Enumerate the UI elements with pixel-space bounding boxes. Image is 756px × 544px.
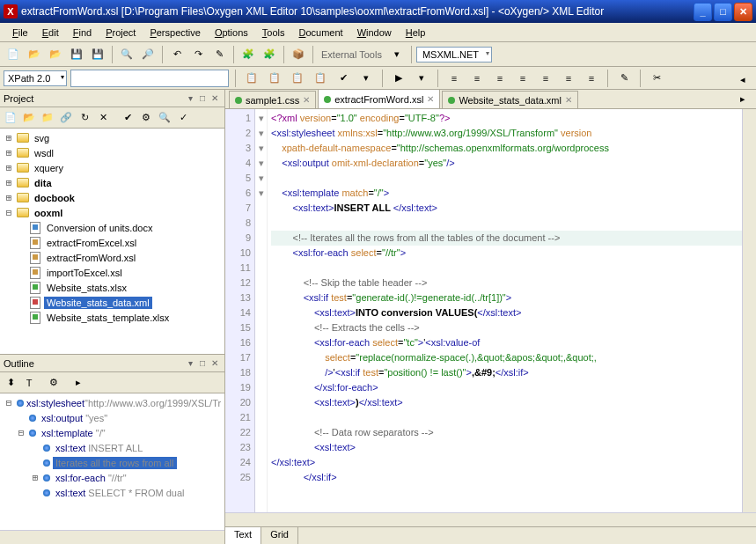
file-item[interactable]: Website_stats_template.xlsx — [2, 310, 223, 325]
transform-icon[interactable]: ⚙ — [137, 109, 155, 127]
xpath-version-combo[interactable]: XPath 2.0 — [4, 70, 67, 86]
link-icon[interactable]: 🔗 — [57, 109, 75, 127]
panel-close-icon[interactable]: ✕ — [209, 92, 221, 105]
toolbar-btn-a[interactable]: ≡ — [444, 69, 464, 88]
new-icon[interactable]: 📄 — [2, 109, 19, 127]
toolbar-btn-3[interactable]: 📋 — [288, 69, 307, 88]
file-item[interactable]: Website_stats_data.xml — [2, 295, 223, 310]
toolbar-btn-1[interactable]: 📋 — [242, 69, 261, 88]
editor-tab[interactable]: extractFromWord.xsl✕ — [318, 89, 440, 108]
menu-edit[interactable]: Edit — [35, 26, 66, 40]
toolbar-btn-f[interactable]: ≡ — [559, 69, 578, 88]
outline-item[interactable]: xsl:text INSERT ALL — [2, 440, 223, 455]
save-all-button[interactable]: 💾 — [88, 45, 107, 64]
delete-icon[interactable]: ✕ — [94, 109, 112, 127]
validate-dropdown[interactable]: ▾ — [356, 69, 376, 88]
editor-tab[interactable]: sample1.css✕ — [229, 91, 316, 108]
outline-item[interactable]: ⊞xsl:for-each "//tr" — [2, 470, 223, 485]
spell-icon[interactable]: ✓ — [174, 109, 192, 127]
menu-window[interactable]: Window — [350, 26, 399, 40]
outline-item[interactable]: xsl:output "yes" — [2, 410, 223, 425]
view-tab-grid[interactable]: Grid — [261, 527, 298, 544]
toolbar-btn-c[interactable]: ≡ — [490, 69, 510, 88]
menu-help[interactable]: Help — [399, 26, 433, 40]
menu-document[interactable]: Document — [291, 26, 349, 40]
file-item[interactable]: extractFromWord.xsl — [2, 250, 223, 265]
find-replace-button[interactable]: 🔎 — [138, 45, 158, 64]
folder-wsdl[interactable]: ⊞wsdl — [2, 145, 223, 160]
code-area[interactable]: <?xml version="1.0" encoding="UTF-8"?><x… — [268, 109, 742, 512]
expand-icon[interactable]: ▸ — [70, 374, 87, 392]
outline-item[interactable]: Iterates all the rows from all — [2, 455, 223, 470]
toolbar-btn-h[interactable]: ✎ — [614, 69, 634, 88]
validate-button[interactable]: ✔ — [334, 69, 353, 88]
code-editor[interactable]: 1234567891011121314151617181920212223242… — [225, 109, 756, 512]
editor-tab[interactable]: Website_stats_data.xml✕ — [442, 91, 578, 108]
validate-icon[interactable]: ✔ — [119, 109, 136, 127]
file-item[interactable]: importToExcel.xsl — [2, 265, 223, 280]
find-icon[interactable]: 🔍 — [156, 109, 173, 127]
menu-tools[interactable]: Tools — [255, 26, 292, 40]
scrollbar-h[interactable] — [0, 530, 224, 544]
toolbar-btn-i[interactable]: ✂ — [647, 69, 666, 88]
new-file-button[interactable]: 📄 — [4, 45, 23, 64]
outline-root[interactable]: ⊟xsl:stylesheet "http://www.w3.org/1999/… — [2, 395, 223, 410]
folder-docbook[interactable]: ⊞docbook — [2, 190, 223, 205]
toolbar-btn-2[interactable]: 📋 — [265, 69, 284, 88]
svn-button[interactable]: 📦 — [289, 45, 308, 64]
refresh-icon[interactable]: ↻ — [76, 109, 93, 127]
run-button[interactable]: ▶ — [389, 69, 408, 88]
scrollbar-v[interactable] — [742, 109, 756, 512]
tab-close-icon[interactable]: ✕ — [427, 94, 434, 104]
run-dropdown[interactable]: ▾ — [412, 69, 431, 88]
project-tree[interactable]: ⊞svg⊞wsdl⊞xquery⊞dita⊞docbook⊟ooxmlConve… — [0, 129, 224, 354]
tab-next-button[interactable]: ▸ — [733, 89, 752, 108]
file-item[interactable]: extractFromExcel.xsl — [2, 235, 223, 250]
menu-options[interactable]: Options — [208, 26, 255, 40]
toolbar-btn-e[interactable]: ≡ — [536, 69, 555, 88]
toolbar-btn-4[interactable]: 📋 — [311, 69, 330, 88]
find-button[interactable]: 🔍 — [117, 45, 136, 64]
save-button[interactable]: 💾 — [67, 45, 86, 64]
editor-scrollbar-h[interactable] — [225, 512, 756, 526]
toolbar-btn-g[interactable]: ≡ — [582, 69, 601, 88]
close-button[interactable]: ✕ — [734, 3, 752, 21]
menu-file[interactable]: File — [5, 26, 35, 40]
back-button[interactable]: ↶ — [167, 45, 187, 64]
xslt-debug-button[interactable]: 🧩 — [239, 45, 258, 64]
open-url-button[interactable]: 📂 — [46, 45, 65, 64]
folder-svg[interactable]: ⊞svg — [2, 130, 223, 145]
external-tools-dropdown[interactable]: ▾ — [387, 45, 407, 64]
xquery-debug-button[interactable]: 🧩 — [260, 45, 279, 64]
panel-restore-icon[interactable]: □ — [196, 357, 209, 370]
menu-perspective[interactable]: Perspective — [143, 26, 207, 40]
toolbar-btn-d[interactable]: ≡ — [513, 69, 532, 88]
filter-icon[interactable]: ⚙ — [45, 374, 62, 392]
outline-tree[interactable]: ⊟xsl:stylesheet "http://www.w3.org/1999/… — [0, 393, 224, 530]
tab-close-icon[interactable]: ✕ — [303, 95, 310, 105]
panel-menu-icon[interactable]: ▾ — [184, 357, 196, 370]
text-mode-icon[interactable]: T — [20, 374, 38, 392]
file-item[interactable]: Conversion of units.docx — [2, 220, 223, 235]
folder-dita[interactable]: ⊞dita — [2, 175, 223, 190]
folder-ooxml[interactable]: ⊟ooxml — [2, 205, 223, 220]
folder-xquery[interactable]: ⊞xquery — [2, 160, 223, 175]
outline-item[interactable]: ⊟xsl:template "/" — [2, 425, 223, 440]
tab-close-icon[interactable]: ✕ — [565, 95, 572, 105]
file-item[interactable]: Website_stats.xlsx — [2, 280, 223, 295]
xpath-input[interactable] — [70, 70, 229, 87]
sync-icon[interactable]: ⬍ — [2, 374, 19, 392]
view-tab-text[interactable]: Text — [225, 527, 261, 544]
open-icon[interactable]: 📂 — [20, 109, 38, 127]
outline-item[interactable]: xsl:text SELECT * FROM dual — [2, 485, 223, 500]
transform-engine-dropdown[interactable]: MSXML.NET — [416, 47, 492, 62]
tab-prev-button[interactable]: ◂ — [733, 70, 752, 89]
last-mod-button[interactable]: ✎ — [209, 45, 229, 64]
folder-icon[interactable]: 📁 — [39, 109, 56, 127]
open-button[interactable]: 📂 — [25, 45, 44, 64]
panel-restore-icon[interactable]: □ — [196, 92, 209, 105]
panel-menu-icon[interactable]: ▾ — [184, 92, 196, 105]
minimize-button[interactable]: _ — [694, 3, 712, 21]
menu-project[interactable]: Project — [99, 26, 143, 40]
panel-close-icon[interactable]: ✕ — [209, 357, 221, 370]
